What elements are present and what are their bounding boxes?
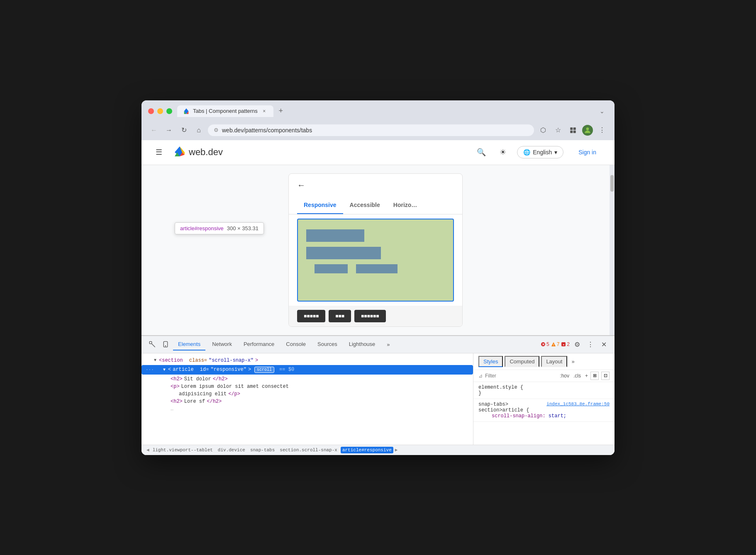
element-style-close: } xyxy=(478,390,481,396)
snap-tabs-rule-open: section>article { xyxy=(478,407,529,413)
device-toolbar-button[interactable] xyxy=(160,338,171,350)
html-panel: ▼ <section class="scroll-snap-x" > ··· ▼… xyxy=(141,353,473,445)
svg-line-13 xyxy=(152,344,155,347)
bookmark-button[interactable]: ☆ xyxy=(552,124,564,136)
breadcrumb-item-viewport[interactable]: light.viewport--tablet xyxy=(151,447,215,453)
scroll-badge[interactable]: scroll xyxy=(254,367,274,373)
cls-button[interactable]: .cls xyxy=(573,373,581,379)
html-line-p-cont[interactable]: adipisicing elit</p> xyxy=(141,390,473,398)
svg-rect-5 xyxy=(570,130,573,133)
new-tab-button[interactable]: + xyxy=(275,105,287,117)
page-area: ← Responsive Accessible Horizo… article#… xyxy=(141,165,610,335)
tab-horizontal[interactable]: Horizo… xyxy=(387,197,424,214)
devtools-more-tabs-button[interactable]: » xyxy=(383,339,393,350)
minimize-window-button[interactable] xyxy=(157,108,163,114)
html-line-h2-2[interactable]: <h2>Lore sf</h2> xyxy=(141,398,473,405)
html-line-p[interactable]: <p>Lorem ipsum dolor sit amet consectet xyxy=(141,383,473,390)
rule-source-link[interactable]: index_1c583…8e.frame:50 xyxy=(546,402,610,407)
breadcrumb-item-device[interactable]: div.device xyxy=(216,447,247,453)
hamburger-menu-button[interactable]: ☰ xyxy=(151,145,166,160)
html-line-more[interactable]: … xyxy=(141,405,473,413)
html-line-h2[interactable]: <h2>Sit dolor</h2> xyxy=(141,375,473,383)
tab-accessible[interactable]: Accessible xyxy=(343,197,387,214)
content-card: ← Responsive Accessible Horizo… article#… xyxy=(288,173,463,327)
favicon-icon xyxy=(183,108,190,114)
breadcrumb-back-arrow[interactable]: ◀ xyxy=(146,447,149,453)
forward-button[interactable]: → xyxy=(163,124,175,136)
svg-rect-6 xyxy=(573,130,576,133)
address-bar: ← → ↻ ⌂ ⚙ web.dev/patterns/components/ta… xyxy=(141,122,615,140)
devtools-tab-sources[interactable]: Sources xyxy=(312,338,342,351)
svg-text:✕: ✕ xyxy=(541,343,544,346)
styles-toolbar: Styles Computed Layout » xyxy=(473,353,615,370)
demo-nav-item-2[interactable]: ■■■ xyxy=(329,310,351,322)
demo-nav-item-3[interactable]: ■■■■■■ xyxy=(354,310,386,322)
devtools-tab-console[interactable]: Console xyxy=(281,338,311,351)
devtools-close-button[interactable]: ✕ xyxy=(598,338,610,350)
url-bar[interactable]: ⚙ web.dev/patterns/components/tabs xyxy=(208,124,534,136)
page-scrollbar[interactable] xyxy=(610,165,615,335)
styles-layout-button[interactable]: ⊞ xyxy=(590,372,599,380)
devtools-menu-button[interactable]: ⋮ xyxy=(585,338,596,350)
svg-rect-4 xyxy=(573,127,576,130)
devtools-tab-elements[interactable]: Elements xyxy=(173,338,205,351)
devtools-tab-network[interactable]: Network xyxy=(207,338,237,351)
tab-close-button[interactable]: × xyxy=(261,108,268,114)
extension-button[interactable] xyxy=(567,124,579,136)
language-button[interactable]: 🌐 English ▾ xyxy=(517,146,563,158)
back-arrow-button[interactable]: ← xyxy=(289,174,462,197)
styles-tab-computed[interactable]: Computed xyxy=(505,356,539,367)
devtools-tab-performance[interactable]: Performance xyxy=(239,338,279,351)
devtools-tab-lighthouse[interactable]: Lighthouse xyxy=(344,338,380,351)
maximize-window-button[interactable] xyxy=(166,108,172,114)
info-count: ▪ 2 xyxy=(561,341,570,347)
close-window-button[interactable] xyxy=(148,108,154,114)
theme-toggle-button[interactable]: ☀ xyxy=(495,145,510,160)
placeholder-block-4 xyxy=(356,264,398,273)
hov-pseudo-button[interactable]: :hov xyxy=(560,373,569,379)
dom-breadcrumb: ◀ light.viewport--tablet div.device snap… xyxy=(141,445,615,455)
reload-button[interactable]: ↻ xyxy=(178,124,190,136)
tab-responsive[interactable]: Responsive xyxy=(297,197,343,214)
styles-filter-input[interactable] xyxy=(485,373,557,379)
error-badge-area: ✕ 5 ! 7 ▪ 2 xyxy=(541,341,570,347)
styles-tab-layout[interactable]: Layout xyxy=(541,356,567,367)
svg-point-15 xyxy=(165,346,166,346)
devtools-main: ▼ <section class="scroll-snap-x" > ··· ▼… xyxy=(141,353,615,445)
home-button[interactable]: ⌂ xyxy=(193,124,205,136)
styles-filter-bar: ⊿ :hov .cls + ⊞ ⊡ xyxy=(473,370,615,382)
site-search-button[interactable]: 🔍 xyxy=(474,145,489,160)
back-button[interactable]: ← xyxy=(148,124,160,136)
devtools-settings-button[interactable]: ⚙ xyxy=(571,338,583,350)
inspect-element-button[interactable] xyxy=(146,338,158,350)
active-tab[interactable]: Tabs | Component patterns × xyxy=(177,105,273,117)
profile-avatar[interactable] xyxy=(582,125,593,136)
site-logo[interactable]: web.dev xyxy=(173,146,223,159)
breadcrumb-item-article[interactable]: article#responsive xyxy=(341,447,393,453)
collapse-icon[interactable]: ▼ xyxy=(163,368,166,372)
html-line-article[interactable]: ··· ▼ < article id="responsive" > scroll… xyxy=(141,365,473,375)
styles-more-tabs[interactable]: » xyxy=(569,357,577,366)
sign-in-button[interactable]: Sign in xyxy=(570,146,605,159)
url-text: web.dev/patterns/components/tabs xyxy=(222,127,528,134)
svg-text:!: ! xyxy=(553,343,554,347)
breadcrumb-forward-arrow[interactable]: ▶ xyxy=(395,447,398,453)
styles-sidebar-button[interactable]: ⊡ xyxy=(601,372,610,380)
styles-tab-styles[interactable]: Styles xyxy=(478,356,503,367)
add-style-button[interactable]: + xyxy=(585,373,588,379)
breadcrumb-item-scroll-snap[interactable]: section.scroll-snap-x xyxy=(278,447,339,453)
expand-icon[interactable]: ▼ xyxy=(154,358,156,363)
error-count: ✕ 5 xyxy=(541,341,549,347)
title-bar: Tabs | Component patterns × + ⌄ xyxy=(141,100,615,122)
breadcrumb-item-snap-tabs[interactable]: snap-tabs xyxy=(249,447,276,453)
tab-list-button[interactable]: ⌄ xyxy=(596,105,608,117)
scrollbar-thumb[interactable] xyxy=(610,175,614,192)
filter-icon: ⊿ xyxy=(478,373,483,379)
devtools-toolbar: Elements Network Performance Console Sou… xyxy=(141,336,615,353)
svg-point-7 xyxy=(586,127,589,130)
demo-nav-item-1[interactable]: ■■■■■ xyxy=(297,310,325,322)
open-external-button[interactable]: ⬡ xyxy=(537,124,549,136)
snap-tabs-selector: snap-tabs> xyxy=(478,402,508,407)
html-line-section[interactable]: ▼ <section class="scroll-snap-x" > xyxy=(141,357,473,364)
chrome-menu-button[interactable]: ⋮ xyxy=(596,124,608,136)
